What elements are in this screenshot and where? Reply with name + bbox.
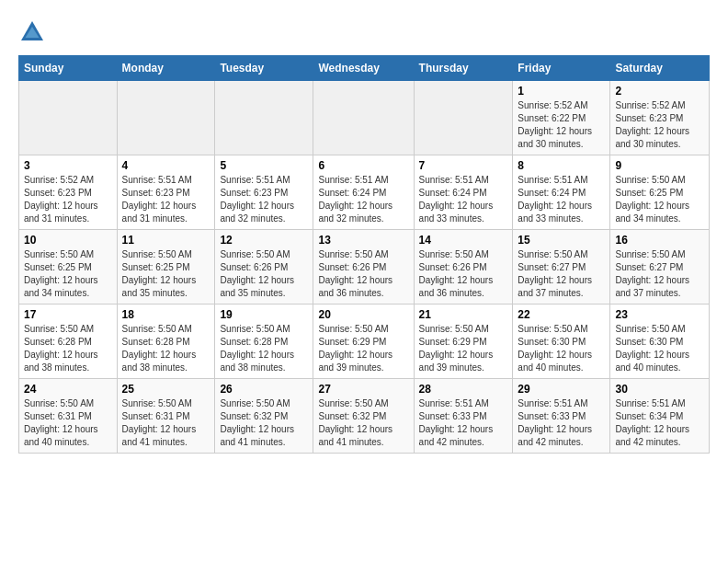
- calendar-cell: 23Sunrise: 5:50 AM Sunset: 6:30 PM Dayli…: [610, 304, 710, 379]
- day-info: Sunrise: 5:51 AM Sunset: 6:24 PM Dayligh…: [318, 174, 408, 225]
- week-row-2: 3Sunrise: 5:52 AM Sunset: 6:23 PM Daylig…: [19, 155, 710, 230]
- calendar-cell: 28Sunrise: 5:51 AM Sunset: 6:33 PM Dayli…: [414, 379, 513, 454]
- calendar-cell: 1Sunrise: 5:52 AM Sunset: 6:22 PM Daylig…: [513, 81, 610, 155]
- day-info: Sunrise: 5:50 AM Sunset: 6:25 PM Dayligh…: [24, 248, 112, 300]
- day-info: Sunrise: 5:50 AM Sunset: 6:31 PM Dayligh…: [24, 397, 112, 449]
- calendar-cell: [19, 81, 118, 155]
- week-row-4: 17Sunrise: 5:50 AM Sunset: 6:28 PM Dayli…: [19, 304, 710, 379]
- calendar-cell: [215, 81, 313, 155]
- day-number: 15: [518, 234, 605, 247]
- day-info: Sunrise: 5:50 AM Sunset: 6:26 PM Dayligh…: [318, 248, 408, 300]
- day-number: 30: [615, 383, 704, 396]
- calendar-cell: 29Sunrise: 5:51 AM Sunset: 6:33 PM Dayli…: [513, 379, 610, 454]
- day-info: Sunrise: 5:50 AM Sunset: 6:27 PM Dayligh…: [518, 248, 605, 300]
- page-header: [18, 18, 710, 46]
- day-number: 23: [615, 308, 704, 321]
- calendar-cell: 9Sunrise: 5:50 AM Sunset: 6:25 PM Daylig…: [610, 155, 710, 230]
- calendar-table: SundayMondayTuesdayWednesdayThursdayFrid…: [18, 55, 710, 454]
- day-number: 13: [318, 234, 408, 247]
- calendar-cell: 14Sunrise: 5:50 AM Sunset: 6:26 PM Dayli…: [414, 230, 513, 304]
- day-info: Sunrise: 5:50 AM Sunset: 6:27 PM Dayligh…: [615, 248, 704, 300]
- day-number: 1: [518, 85, 605, 98]
- day-number: 27: [318, 383, 408, 396]
- week-row-5: 24Sunrise: 5:50 AM Sunset: 6:31 PM Dayli…: [19, 379, 710, 454]
- day-info: Sunrise: 5:50 AM Sunset: 6:26 PM Dayligh…: [220, 248, 308, 300]
- calendar-cell: 27Sunrise: 5:50 AM Sunset: 6:32 PM Dayli…: [313, 379, 414, 454]
- calendar-cell: 7Sunrise: 5:51 AM Sunset: 6:24 PM Daylig…: [414, 155, 513, 230]
- day-number: 16: [615, 234, 704, 247]
- day-number: 17: [24, 308, 112, 321]
- calendar-cell: [117, 81, 215, 155]
- header-day-thursday: Thursday: [414, 56, 513, 81]
- day-number: 3: [24, 159, 112, 172]
- day-number: 2: [615, 85, 704, 98]
- calendar-cell: 6Sunrise: 5:51 AM Sunset: 6:24 PM Daylig…: [313, 155, 414, 230]
- day-info: Sunrise: 5:52 AM Sunset: 6:22 PM Dayligh…: [518, 99, 605, 151]
- day-number: 9: [615, 159, 704, 172]
- week-row-3: 10Sunrise: 5:50 AM Sunset: 6:25 PM Dayli…: [19, 230, 710, 304]
- day-info: Sunrise: 5:50 AM Sunset: 6:28 PM Dayligh…: [122, 323, 210, 374]
- calendar-cell: 15Sunrise: 5:50 AM Sunset: 6:27 PM Dayli…: [513, 230, 610, 304]
- calendar-cell: [414, 81, 513, 155]
- day-info: Sunrise: 5:50 AM Sunset: 6:26 PM Dayligh…: [419, 248, 508, 300]
- day-number: 11: [122, 234, 210, 247]
- day-number: 21: [419, 308, 508, 321]
- calendar-cell: 10Sunrise: 5:50 AM Sunset: 6:25 PM Dayli…: [19, 230, 118, 304]
- day-number: 10: [24, 234, 112, 247]
- day-number: 19: [220, 308, 308, 321]
- day-info: Sunrise: 5:52 AM Sunset: 6:23 PM Dayligh…: [615, 99, 704, 151]
- day-info: Sunrise: 5:52 AM Sunset: 6:23 PM Dayligh…: [24, 174, 112, 225]
- calendar-cell: 17Sunrise: 5:50 AM Sunset: 6:28 PM Dayli…: [19, 304, 118, 379]
- logo: [18, 18, 51, 46]
- calendar-cell: 8Sunrise: 5:51 AM Sunset: 6:24 PM Daylig…: [513, 155, 610, 230]
- calendar-cell: 18Sunrise: 5:50 AM Sunset: 6:28 PM Dayli…: [117, 304, 215, 379]
- day-number: 20: [318, 308, 408, 321]
- calendar-cell: 26Sunrise: 5:50 AM Sunset: 6:32 PM Dayli…: [215, 379, 313, 454]
- day-number: 6: [318, 159, 408, 172]
- day-number: 26: [220, 383, 308, 396]
- week-row-1: 1Sunrise: 5:52 AM Sunset: 6:22 PM Daylig…: [19, 81, 710, 155]
- calendar-cell: 22Sunrise: 5:50 AM Sunset: 6:30 PM Dayli…: [513, 304, 610, 379]
- calendar-cell: 21Sunrise: 5:50 AM Sunset: 6:29 PM Dayli…: [414, 304, 513, 379]
- calendar-cell: 24Sunrise: 5:50 AM Sunset: 6:31 PM Dayli…: [19, 379, 118, 454]
- day-number: 22: [518, 308, 605, 321]
- header-day-saturday: Saturday: [610, 56, 710, 81]
- day-info: Sunrise: 5:51 AM Sunset: 6:33 PM Dayligh…: [518, 397, 605, 449]
- calendar-cell: 5Sunrise: 5:51 AM Sunset: 6:23 PM Daylig…: [215, 155, 313, 230]
- calendar-cell: 20Sunrise: 5:50 AM Sunset: 6:29 PM Dayli…: [313, 304, 414, 379]
- calendar-cell: 12Sunrise: 5:50 AM Sunset: 6:26 PM Dayli…: [215, 230, 313, 304]
- header-day-tuesday: Tuesday: [215, 56, 313, 81]
- day-info: Sunrise: 5:50 AM Sunset: 6:31 PM Dayligh…: [122, 397, 210, 449]
- day-number: 18: [122, 308, 210, 321]
- header-row: SundayMondayTuesdayWednesdayThursdayFrid…: [19, 56, 710, 81]
- calendar-cell: 2Sunrise: 5:52 AM Sunset: 6:23 PM Daylig…: [610, 81, 710, 155]
- calendar-cell: 3Sunrise: 5:52 AM Sunset: 6:23 PM Daylig…: [19, 155, 118, 230]
- day-number: 8: [518, 159, 605, 172]
- day-number: 5: [220, 159, 308, 172]
- day-info: Sunrise: 5:50 AM Sunset: 6:28 PM Dayligh…: [24, 323, 112, 374]
- day-info: Sunrise: 5:50 AM Sunset: 6:32 PM Dayligh…: [220, 397, 308, 449]
- calendar-cell: 4Sunrise: 5:51 AM Sunset: 6:23 PM Daylig…: [117, 155, 215, 230]
- calendar-cell: 19Sunrise: 5:50 AM Sunset: 6:28 PM Dayli…: [215, 304, 313, 379]
- day-info: Sunrise: 5:50 AM Sunset: 6:25 PM Dayligh…: [122, 248, 210, 300]
- day-info: Sunrise: 5:51 AM Sunset: 6:23 PM Dayligh…: [122, 174, 210, 225]
- header-day-friday: Friday: [513, 56, 610, 81]
- day-info: Sunrise: 5:50 AM Sunset: 6:30 PM Dayligh…: [518, 323, 605, 374]
- calendar-cell: 11Sunrise: 5:50 AM Sunset: 6:25 PM Dayli…: [117, 230, 215, 304]
- calendar-cell: 13Sunrise: 5:50 AM Sunset: 6:26 PM Dayli…: [313, 230, 414, 304]
- logo-icon: [18, 18, 46, 46]
- day-number: 28: [419, 383, 508, 396]
- day-info: Sunrise: 5:50 AM Sunset: 6:29 PM Dayligh…: [419, 323, 508, 374]
- day-number: 12: [220, 234, 308, 247]
- day-info: Sunrise: 5:50 AM Sunset: 6:32 PM Dayligh…: [318, 397, 408, 449]
- header-day-wednesday: Wednesday: [313, 56, 414, 81]
- header-day-monday: Monday: [117, 56, 215, 81]
- calendar-cell: 30Sunrise: 5:51 AM Sunset: 6:34 PM Dayli…: [610, 379, 710, 454]
- calendar-cell: 16Sunrise: 5:50 AM Sunset: 6:27 PM Dayli…: [610, 230, 710, 304]
- day-info: Sunrise: 5:51 AM Sunset: 6:23 PM Dayligh…: [220, 174, 308, 225]
- day-info: Sunrise: 5:50 AM Sunset: 6:29 PM Dayligh…: [318, 323, 408, 374]
- calendar-cell: 25Sunrise: 5:50 AM Sunset: 6:31 PM Dayli…: [117, 379, 215, 454]
- day-info: Sunrise: 5:51 AM Sunset: 6:24 PM Dayligh…: [518, 174, 605, 225]
- day-info: Sunrise: 5:51 AM Sunset: 6:34 PM Dayligh…: [615, 397, 704, 449]
- day-info: Sunrise: 5:50 AM Sunset: 6:25 PM Dayligh…: [615, 174, 704, 225]
